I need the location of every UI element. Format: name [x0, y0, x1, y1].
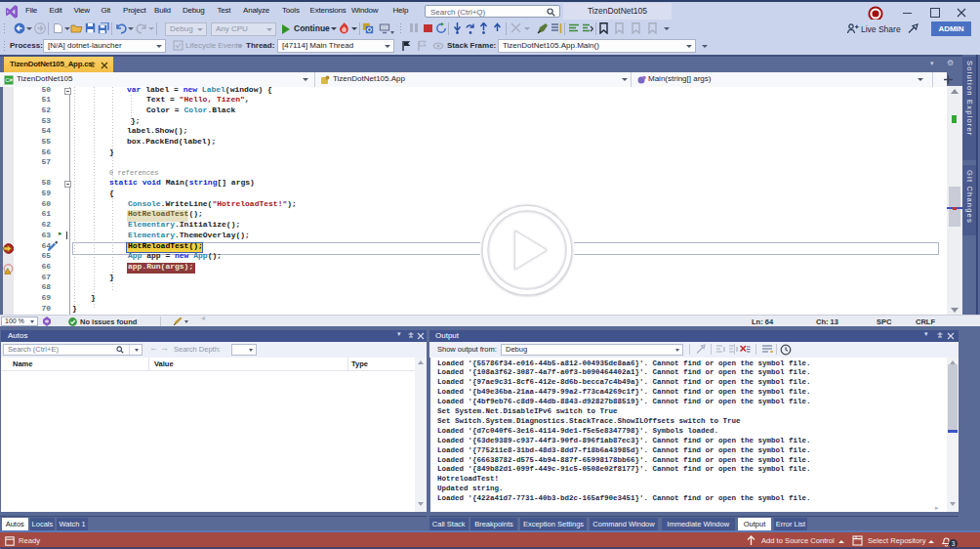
- svg-text:C#: C#: [5, 77, 13, 83]
